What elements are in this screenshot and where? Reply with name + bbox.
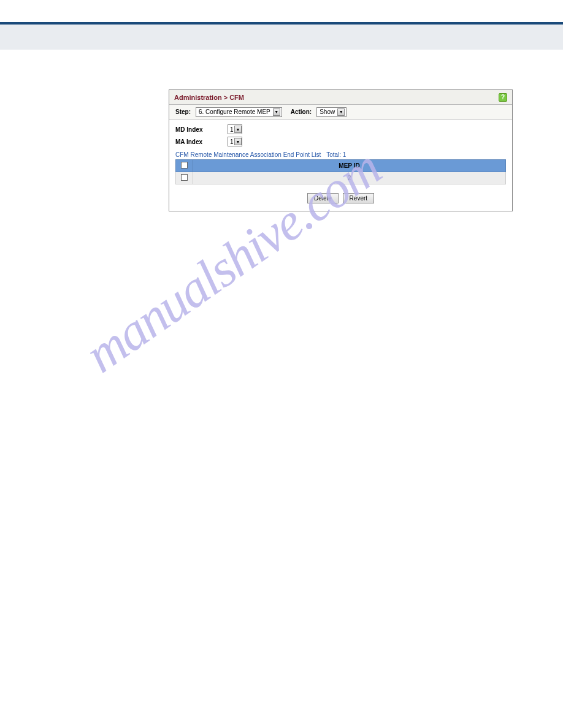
button-row: Delete Revert (175, 193, 506, 203)
cfm-panel: Administration > CFM ? Step: 6. Configur… (169, 89, 513, 211)
panel-content: MD Index 1 ▼ MA Index 1 ▼ CFM Remote Mai… (169, 119, 512, 211)
row-checkbox-cell (176, 172, 193, 184)
total-value: 1 (343, 151, 347, 158)
breadcrumb: Administration > CFM (174, 94, 244, 101)
list-title-text: CFM Remote Maintenance Association End P… (175, 151, 321, 158)
mep-id-cell: 2 (193, 172, 506, 184)
header-band (0, 25, 563, 50)
checkbox-header (176, 160, 193, 172)
step-label: Step: (175, 108, 191, 115)
help-icon[interactable]: ? (499, 93, 507, 102)
table-row: 2 (176, 172, 506, 184)
ma-index-dropdown[interactable]: 1 ▼ (228, 137, 242, 146)
ma-index-value: 1 (230, 138, 234, 145)
total-label: Total: (326, 151, 341, 158)
mep-table: MEP ID 2 (175, 159, 506, 184)
md-index-value: 1 (230, 126, 234, 133)
md-index-row: MD Index 1 ▼ (175, 124, 506, 134)
ma-index-label: MA Index (175, 138, 228, 145)
chevron-down-icon: ▼ (273, 108, 280, 116)
action-label: Action: (291, 108, 312, 115)
action-dropdown[interactable]: Show ▼ (316, 107, 347, 117)
step-dropdown[interactable]: 6. Configure Remote MEP ▼ (196, 107, 282, 117)
chevron-down-icon: ▼ (234, 138, 242, 145)
ma-index-row: MA Index 1 ▼ (175, 137, 506, 146)
select-all-checkbox[interactable] (181, 162, 188, 169)
md-index-label: MD Index (175, 126, 228, 133)
row-checkbox[interactable] (181, 174, 188, 181)
chevron-down-icon: ▼ (234, 126, 242, 133)
list-title: CFM Remote Maintenance Association End P… (175, 151, 506, 158)
panel-header: Administration > CFM ? (169, 90, 512, 105)
filter-bar: Step: 6. Configure Remote MEP ▼ Action: … (169, 105, 512, 119)
md-index-dropdown[interactable]: 1 ▼ (228, 124, 242, 134)
table-header-row: MEP ID (176, 160, 506, 172)
chevron-down-icon: ▼ (337, 108, 345, 116)
mep-id-header: MEP ID (193, 160, 506, 172)
delete-button[interactable]: Delete (307, 193, 339, 203)
revert-button[interactable]: Revert (343, 193, 374, 203)
step-dropdown-value: 6. Configure Remote MEP (199, 108, 273, 115)
action-dropdown-value: Show (320, 108, 337, 115)
